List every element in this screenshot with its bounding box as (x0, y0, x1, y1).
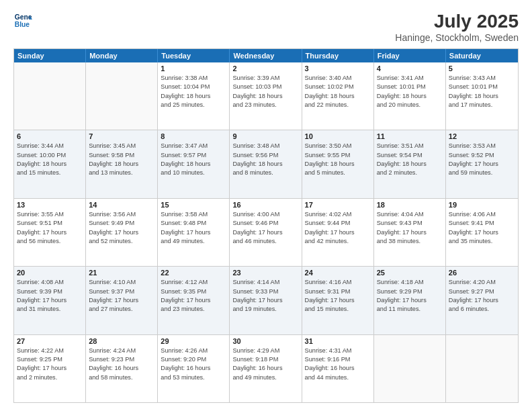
day-header-tuesday: Tuesday (158, 49, 230, 62)
cell-info: Sunrise: 4:18 AM Sunset: 9:29 PM Dayligh… (377, 278, 443, 314)
day-header-friday: Friday (374, 49, 446, 62)
calendar-cell: 17Sunrise: 4:02 AM Sunset: 9:44 PM Dayli… (302, 199, 374, 266)
week-row-1: 1Sunrise: 3:38 AM Sunset: 10:04 PM Dayli… (14, 62, 518, 130)
calendar-cell: 12Sunrise: 3:53 AM Sunset: 9:52 PM Dayli… (446, 130, 518, 197)
day-number: 18 (377, 201, 443, 209)
day-number: 10 (305, 132, 371, 140)
day-header-monday: Monday (86, 49, 158, 62)
header: General Blue July 2025 Haninge, Stockhol… (13, 11, 519, 43)
calendar-header: SundayMondayTuesdayWednesdayThursdayFrid… (14, 49, 518, 62)
week-row-2: 6Sunrise: 3:44 AM Sunset: 10:00 PM Dayli… (14, 130, 518, 198)
day-number: 30 (232, 337, 298, 345)
day-header-thursday: Thursday (302, 49, 374, 62)
main-title: July 2025 (395, 11, 519, 32)
calendar-cell: 15Sunrise: 3:58 AM Sunset: 9:48 PM Dayli… (158, 199, 230, 266)
logo: General Blue (13, 11, 32, 30)
cell-info: Sunrise: 4:06 AM Sunset: 9:41 PM Dayligh… (449, 210, 515, 246)
calendar-cell: 19Sunrise: 4:06 AM Sunset: 9:41 PM Dayli… (446, 199, 518, 266)
day-number: 20 (17, 269, 83, 277)
calendar-cell: 6Sunrise: 3:44 AM Sunset: 10:00 PM Dayli… (14, 130, 86, 197)
day-number: 31 (305, 337, 371, 345)
day-number: 13 (17, 201, 83, 209)
week-row-4: 20Sunrise: 4:08 AM Sunset: 9:39 PM Dayli… (14, 267, 518, 334)
cell-info: Sunrise: 4:24 AM Sunset: 9:23 PM Dayligh… (89, 347, 154, 382)
calendar-cell: 22Sunrise: 4:12 AM Sunset: 9:35 PM Dayli… (158, 267, 230, 334)
calendar-cell: 30Sunrise: 4:29 AM Sunset: 9:18 PM Dayli… (230, 335, 302, 402)
day-number: 3 (305, 64, 371, 73)
cell-info: Sunrise: 4:14 AM Sunset: 9:33 PM Dayligh… (232, 278, 298, 314)
day-number: 21 (89, 269, 154, 277)
cell-info: Sunrise: 3:48 AM Sunset: 9:56 PM Dayligh… (232, 142, 298, 177)
day-number: 19 (449, 201, 515, 209)
page: General Blue July 2025 Haninge, Stockhol… (0, 0, 532, 411)
day-number: 4 (377, 64, 443, 73)
day-number: 23 (232, 269, 298, 277)
calendar-cell: 26Sunrise: 4:20 AM Sunset: 9:27 PM Dayli… (446, 267, 518, 334)
day-number: 22 (161, 269, 226, 277)
day-number: 2 (232, 64, 298, 73)
cell-info: Sunrise: 3:44 AM Sunset: 10:00 PM Daylig… (17, 142, 83, 177)
calendar-cell: 23Sunrise: 4:14 AM Sunset: 9:33 PM Dayli… (230, 267, 302, 334)
day-number: 6 (17, 132, 83, 140)
day-number: 12 (449, 132, 515, 140)
cell-info: Sunrise: 4:31 AM Sunset: 9:16 PM Dayligh… (305, 347, 371, 382)
cell-info: Sunrise: 4:08 AM Sunset: 9:39 PM Dayligh… (17, 278, 83, 314)
calendar-cell: 8Sunrise: 3:47 AM Sunset: 9:57 PM Daylig… (158, 130, 230, 197)
day-number: 8 (161, 132, 226, 140)
calendar-cell: 27Sunrise: 4:22 AM Sunset: 9:25 PM Dayli… (14, 335, 86, 402)
calendar-cell: 3Sunrise: 3:40 AM Sunset: 10:02 PM Dayli… (302, 62, 374, 130)
cell-info: Sunrise: 3:58 AM Sunset: 9:48 PM Dayligh… (161, 210, 226, 246)
calendar-cell: 29Sunrise: 4:26 AM Sunset: 9:20 PM Dayli… (158, 335, 230, 402)
calendar-cell: 31Sunrise: 4:31 AM Sunset: 9:16 PM Dayli… (302, 335, 374, 402)
cell-info: Sunrise: 3:47 AM Sunset: 9:57 PM Dayligh… (161, 142, 226, 177)
day-number: 28 (89, 337, 154, 345)
calendar-cell: 28Sunrise: 4:24 AM Sunset: 9:23 PM Dayli… (86, 335, 158, 402)
day-number: 1 (161, 64, 226, 73)
svg-text:Blue: Blue (15, 21, 30, 28)
logo-icon: General Blue (13, 11, 32, 30)
cell-info: Sunrise: 3:41 AM Sunset: 10:01 PM Daylig… (377, 74, 443, 109)
calendar-cell: 21Sunrise: 4:10 AM Sunset: 9:37 PM Dayli… (86, 267, 158, 334)
cell-info: Sunrise: 4:00 AM Sunset: 9:46 PM Dayligh… (232, 210, 298, 246)
cell-info: Sunrise: 4:10 AM Sunset: 9:37 PM Dayligh… (89, 278, 154, 314)
cell-info: Sunrise: 4:20 AM Sunset: 9:27 PM Dayligh… (449, 278, 515, 314)
day-header-sunday: Sunday (14, 49, 86, 62)
cell-info: Sunrise: 3:56 AM Sunset: 9:49 PM Dayligh… (89, 210, 154, 246)
calendar-cell: 2Sunrise: 3:39 AM Sunset: 10:03 PM Dayli… (230, 62, 302, 130)
cell-info: Sunrise: 3:38 AM Sunset: 10:04 PM Daylig… (161, 74, 226, 109)
svg-text:General: General (15, 13, 32, 21)
cell-info: Sunrise: 4:26 AM Sunset: 9:20 PM Dayligh… (161, 347, 226, 382)
cell-info: Sunrise: 4:16 AM Sunset: 9:31 PM Dayligh… (305, 278, 371, 314)
calendar-cell: 11Sunrise: 3:51 AM Sunset: 9:54 PM Dayli… (374, 130, 446, 197)
calendar-body: 1Sunrise: 3:38 AM Sunset: 10:04 PM Dayli… (14, 62, 518, 402)
cell-info: Sunrise: 3:43 AM Sunset: 10:01 PM Daylig… (449, 74, 515, 109)
cell-info: Sunrise: 3:39 AM Sunset: 10:03 PM Daylig… (232, 74, 298, 109)
day-number: 27 (17, 337, 83, 345)
calendar-cell: 16Sunrise: 4:00 AM Sunset: 9:46 PM Dayli… (230, 199, 302, 266)
calendar-cell: 14Sunrise: 3:56 AM Sunset: 9:49 PM Dayli… (86, 199, 158, 266)
calendar-cell: 24Sunrise: 4:16 AM Sunset: 9:31 PM Dayli… (302, 267, 374, 334)
cell-info: Sunrise: 3:45 AM Sunset: 9:58 PM Dayligh… (89, 142, 154, 177)
cell-info: Sunrise: 3:40 AM Sunset: 10:02 PM Daylig… (305, 74, 371, 109)
day-number: 26 (449, 269, 515, 277)
cell-info: Sunrise: 4:22 AM Sunset: 9:25 PM Dayligh… (17, 347, 83, 382)
cell-info: Sunrise: 4:12 AM Sunset: 9:35 PM Dayligh… (161, 278, 226, 314)
day-number: 11 (377, 132, 443, 140)
day-number: 7 (89, 132, 154, 140)
cell-info: Sunrise: 3:53 AM Sunset: 9:52 PM Dayligh… (449, 142, 515, 177)
cell-info: Sunrise: 4:04 AM Sunset: 9:43 PM Dayligh… (377, 210, 443, 246)
day-header-wednesday: Wednesday (230, 49, 302, 62)
calendar-cell: 13Sunrise: 3:55 AM Sunset: 9:51 PM Dayli… (14, 199, 86, 266)
calendar-cell: 9Sunrise: 3:48 AM Sunset: 9:56 PM Daylig… (230, 130, 302, 197)
day-number: 15 (161, 201, 226, 209)
cell-info: Sunrise: 3:50 AM Sunset: 9:55 PM Dayligh… (305, 142, 371, 177)
day-number: 17 (305, 201, 371, 209)
day-number: 5 (449, 64, 515, 73)
day-number: 25 (377, 269, 443, 277)
calendar-cell: 10Sunrise: 3:50 AM Sunset: 9:55 PM Dayli… (302, 130, 374, 197)
calendar-cell: 4Sunrise: 3:41 AM Sunset: 10:01 PM Dayli… (374, 62, 446, 130)
day-header-saturday: Saturday (446, 49, 518, 62)
calendar-cell: 5Sunrise: 3:43 AM Sunset: 10:01 PM Dayli… (446, 62, 518, 130)
day-number: 14 (89, 201, 154, 209)
cell-info: Sunrise: 4:02 AM Sunset: 9:44 PM Dayligh… (305, 210, 371, 246)
